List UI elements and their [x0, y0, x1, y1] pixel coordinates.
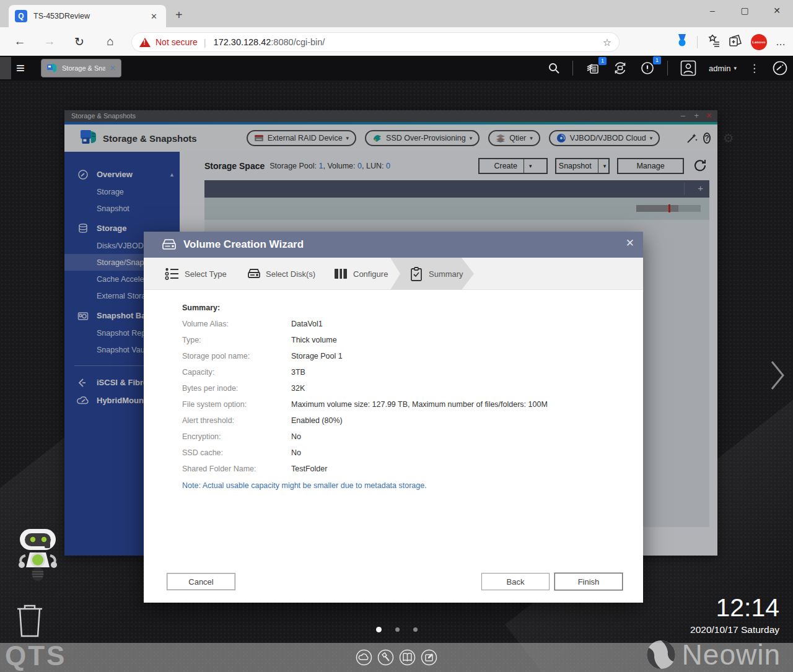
next-page-chevron-icon[interactable] — [769, 358, 786, 395]
field-value: No — [291, 448, 301, 457]
select-type-icon — [165, 267, 180, 283]
open-app-tab-label: Storage & Sna... — [62, 64, 105, 72]
field-value: DataVol1 — [291, 320, 323, 328]
feedback-icon[interactable] — [421, 649, 437, 666]
browser-maximize-button[interactable]: ▢ — [729, 0, 761, 21]
field-value: TestFolder — [291, 465, 327, 473]
new-tab-button[interactable]: + — [175, 9, 183, 21]
admin-label: admin — [709, 64, 730, 73]
wizard-close-icon[interactable]: ✕ — [626, 237, 634, 250]
admin-menu[interactable]: admin ▾ — [709, 64, 737, 73]
finish-button[interactable]: Finish — [554, 573, 623, 590]
page-dot-2[interactable] — [395, 627, 400, 632]
field-value: Thick volume — [291, 336, 337, 344]
neowin-logo-icon — [646, 640, 676, 670]
browser-navbar: ← → ↻ ⌂ Not secure | 172.30.128.42 :8080… — [0, 27, 793, 56]
tutorials-icon[interactable] — [399, 649, 416, 666]
dashboard-gauge-icon[interactable] — [772, 60, 788, 76]
field-value: 3TB — [291, 368, 305, 377]
qnap-favicon: Q — [15, 10, 27, 22]
field-label: Volume Alias: — [182, 320, 229, 328]
rewards-medal-icon[interactable] — [676, 34, 688, 50]
collections-icon[interactable] — [729, 34, 742, 50]
main-menu-icon[interactable]: ≡ — [16, 59, 25, 77]
browser-menu-icon[interactable]: … — [776, 37, 786, 48]
step-summary[interactable]: Summary — [429, 269, 463, 279]
configure-icon — [333, 267, 348, 283]
topbar-stub — [0, 57, 11, 79]
volume-creation-wizard-dialog: Volume Creation Wizard ✕ Select Type Sel… — [144, 232, 643, 603]
favorites-icon[interactable] — [706, 35, 720, 50]
add-favorite-icon[interactable]: ☆ — [603, 37, 611, 48]
select-disks-icon — [247, 267, 261, 283]
summary-icon — [410, 267, 423, 284]
user-icon[interactable] — [680, 60, 696, 76]
step-configure[interactable]: Configure — [353, 269, 388, 279]
storage-snapshots-window: Storage & Snapshots – + ✕ Storage & Snap… — [64, 110, 717, 556]
field-label: File system option: — [182, 400, 247, 409]
not-secure-warning-icon — [139, 38, 151, 47]
tasks-badge: 1 — [598, 57, 607, 65]
wizard-steps: Select Type Select Disk(s) Configure Sum… — [144, 258, 643, 290]
myqnapcloud-icon[interactable] — [356, 649, 372, 666]
back-button[interactable]: Back — [481, 573, 550, 590]
browser-tab-title: TS-453DReview — [33, 12, 148, 20]
desktop-page-dots — [0, 627, 793, 632]
refresh-icon[interactable]: ↻ — [71, 33, 88, 50]
home-icon[interactable]: ⌂ — [102, 33, 119, 50]
browser-chrome: Q TS-453DReview ✕ + – ▢ ✕ ← → ↻ ⌂ Not se… — [0, 0, 793, 56]
qnap-helper-robot[interactable] — [16, 528, 59, 585]
step-select-type[interactable]: Select Type — [185, 269, 227, 279]
wizard-title: Volume Creation Wizard — [183, 238, 304, 251]
address-separator: | — [204, 37, 206, 48]
qts-desktop: ≡ Storage & Sna... ✕ 1 1 — [0, 56, 793, 672]
page-dot-3[interactable] — [413, 627, 418, 632]
back-icon[interactable]: ← — [11, 33, 28, 50]
more-options-icon[interactable]: ⋮ — [749, 62, 760, 75]
divider — [572, 61, 573, 76]
summary-heading: Summary: — [182, 303, 220, 312]
not-secure-label[interactable]: Not secure — [156, 37, 198, 47]
open-app-tab[interactable]: Storage & Sna... ✕ — [41, 59, 121, 77]
browser-tab[interactable]: Q TS-453DReview ✕ — [9, 5, 166, 27]
address-bar[interactable]: Not secure | 172.30.128.42 :8080/cgi-bin… — [132, 33, 619, 51]
step-select-disks[interactable]: Select Disk(s) — [266, 269, 315, 279]
field-label: Alert threshold: — [182, 416, 234, 425]
utilities-icon[interactable] — [377, 649, 394, 666]
browser-close-button[interactable]: ✕ — [761, 0, 793, 21]
field-value: No — [291, 432, 301, 441]
browser-minimize-button[interactable]: – — [696, 0, 729, 21]
url-path: :8080/cgi-bin/ — [271, 37, 325, 47]
desktop-date: 2020/10/17 Saturday — [690, 624, 779, 635]
field-value: Storage Pool 1 — [291, 352, 343, 360]
field-label: Shared Folder Name: — [182, 465, 256, 473]
field-label: Capacity: — [182, 368, 214, 377]
forward-icon: → — [41, 33, 58, 50]
external-device-icon[interactable] — [613, 61, 628, 76]
qts-topbar: ≡ Storage & Sna... ✕ 1 1 — [0, 56, 793, 81]
recycle-bin-icon[interactable] — [16, 603, 43, 640]
tab-close-icon[interactable]: ✕ — [148, 11, 160, 22]
field-value: 32K — [291, 384, 305, 393]
field-label: Storage pool name: — [182, 352, 250, 360]
desktop-clock: 12:14 — [716, 593, 779, 622]
divider — [667, 61, 668, 76]
field-label: Bytes per inode: — [182, 384, 238, 393]
settings-gear-icon[interactable]: ⚙ — [723, 131, 734, 146]
url-host: 172.30.128.42 — [214, 37, 271, 47]
capacity-note: Note: Actual usable capacity might be sm… — [182, 481, 427, 490]
notifications-icon[interactable]: 1 — [640, 61, 655, 76]
page-dot-1[interactable] — [376, 627, 382, 632]
browser-tabstrip: Q TS-453DReview ✕ + – ▢ ✕ — [0, 0, 793, 27]
field-value: Enabled (80%) — [291, 416, 343, 425]
notifications-badge: 1 — [653, 56, 661, 64]
background-tasks-icon[interactable]: 1 — [585, 61, 600, 75]
field-label: SSD cache: — [182, 448, 223, 457]
divider — [697, 36, 698, 48]
app-tab-close-icon[interactable]: ✕ — [110, 64, 116, 72]
volume-disk-icon — [161, 238, 177, 251]
neowin-logo-text: Neowin — [682, 638, 781, 671]
profile-avatar[interactable]: Lenovo — [751, 34, 767, 50]
search-icon[interactable] — [548, 62, 560, 74]
cancel-button[interactable]: Cancel — [167, 573, 235, 590]
